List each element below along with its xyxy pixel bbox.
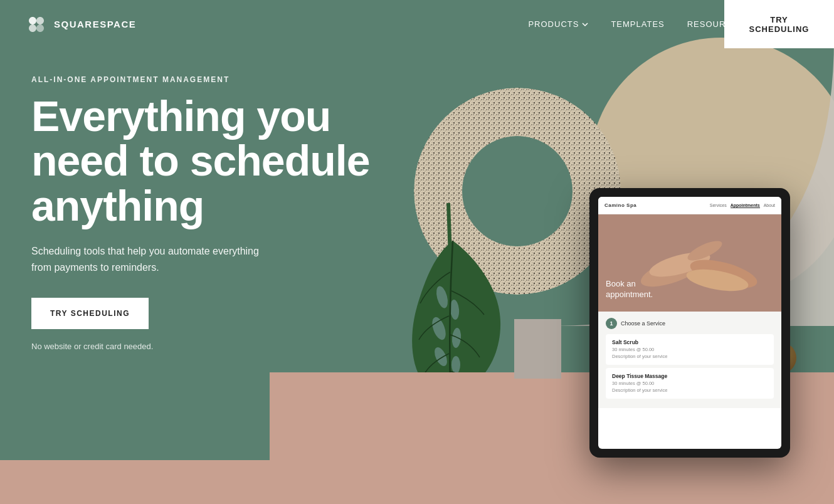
svg-point-14 bbox=[451, 356, 460, 374]
tablet-brand-name: Camino Spa bbox=[604, 202, 636, 208]
hero-headline: Everything you need to schedule anything bbox=[31, 94, 369, 228]
service-1-detail: 30 minutes @ 50.00 bbox=[612, 347, 768, 354]
tablet-nav-services: Services bbox=[710, 203, 727, 208]
tablet-nav-about: About bbox=[764, 203, 775, 208]
service-2-name: Deep Tissue Massage bbox=[612, 373, 768, 379]
hero-content: ALL-IN-ONE APPOINTMENT MANAGEMENT Everyt… bbox=[31, 75, 369, 351]
tablet-nav-appointments: Appointments bbox=[731, 203, 760, 208]
main-nav: SQUARESPACE PRODUCTS TEMPLATES RESOURCES bbox=[0, 0, 834, 48]
nav-links-group: PRODUCTS TEMPLATES RESOURCES bbox=[528, 19, 754, 29]
tablet-book-text: Book an appointment. bbox=[606, 279, 653, 300]
tablet-hero-image: Book an appointment. bbox=[598, 214, 781, 312]
hero-section: Camino Spa Services Appointments About bbox=[0, 0, 834, 504]
logo-text: SQUARESPACE bbox=[54, 19, 136, 29]
tablet-content-area: 1 Choose a Service Salt Scrub 30 minutes… bbox=[598, 312, 781, 408]
service-card-2: Deep Tissue Massage 30 minutes @ 50.00 D… bbox=[606, 368, 774, 399]
products-chevron-icon bbox=[582, 21, 588, 28]
service-1-desc: Description of your service bbox=[612, 354, 768, 360]
service-2-desc: Description of your service bbox=[612, 387, 768, 394]
tablet-step-indicator: 1 Choose a Service bbox=[606, 318, 774, 329]
service-1-name: Salt Scrub bbox=[612, 339, 768, 345]
hero-disclaimer: No website or credit card needed. bbox=[31, 342, 369, 351]
tablet-screen: Camino Spa Services Appointments About bbox=[598, 197, 781, 449]
tablet-step-label: Choose a Service bbox=[621, 320, 665, 327]
nav-templates-link[interactable]: TEMPLATES bbox=[611, 19, 664, 29]
tablet-nav-links: Services Appointments About bbox=[710, 203, 775, 208]
nav-templates-label: TEMPLATES bbox=[611, 19, 664, 29]
try-scheduling-nav-button[interactable]: TRY SCHEDULING bbox=[724, 0, 834, 48]
platform-base bbox=[0, 460, 834, 504]
stone-block-left bbox=[514, 319, 561, 379]
tablet-step-number: 1 bbox=[606, 318, 617, 329]
tablet-device: Camino Spa Services Appointments About bbox=[589, 188, 790, 458]
logo-link[interactable]: SQUARESPACE bbox=[25, 13, 136, 36]
nav-products-link[interactable]: PRODUCTS bbox=[528, 19, 588, 29]
squarespace-logo-icon bbox=[25, 13, 48, 36]
service-card-1: Salt Scrub 30 minutes @ 50.00 Descriptio… bbox=[606, 334, 774, 365]
hero-cta-button[interactable]: TRY SCHEDULING bbox=[31, 298, 149, 329]
tablet-nav-bar: Camino Spa Services Appointments About bbox=[598, 197, 781, 214]
service-2-detail: 30 minutes @ 50.00 bbox=[612, 381, 768, 387]
hero-subtext: Scheduling tools that help you automate … bbox=[31, 243, 270, 275]
nav-products-label: PRODUCTS bbox=[528, 19, 579, 29]
hero-eyebrow: ALL-IN-ONE APPOINTMENT MANAGEMENT bbox=[31, 75, 369, 84]
